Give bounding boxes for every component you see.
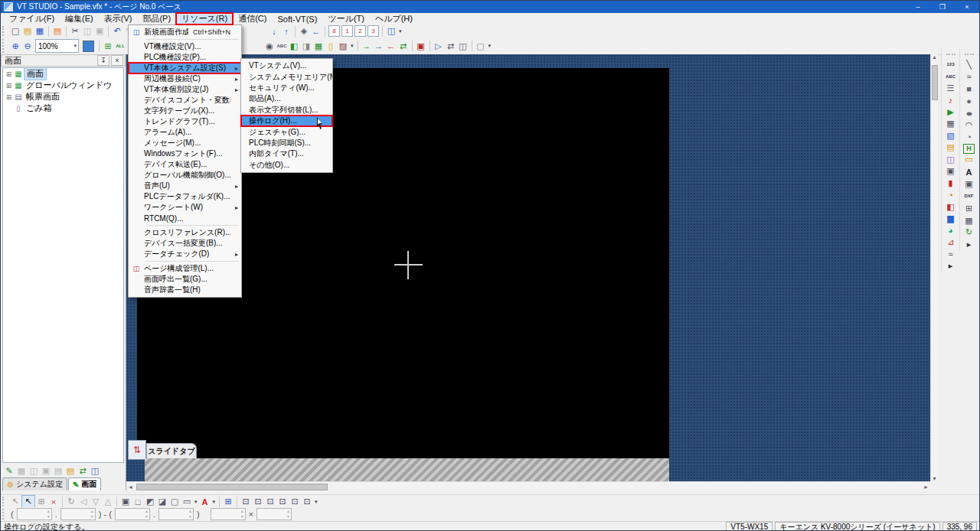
coord-height-spinner[interactable]: ▲▼ <box>256 508 292 520</box>
paste-icon[interactable]: ▣ <box>93 25 106 37</box>
spinner-arrows-icon[interactable]: ▲▼ <box>286 509 290 519</box>
draw-polyline-icon[interactable]: ≈ <box>962 71 976 83</box>
pin-icon[interactable]: ↧ <box>97 55 109 66</box>
menu-item-page-structure[interactable]: ◫ ページ構成管理(L)... <box>129 263 241 274</box>
grid-edit-icon[interactable]: ⊞ <box>35 496 47 507</box>
zoom-out-icon[interactable]: ⊖ <box>21 41 34 52</box>
tree-item-report-screen[interactable]: ⊞ ▤ 帳票画面 <box>3 91 123 103</box>
menu-item-trend-graph[interactable]: トレンドグラフ(T)... <box>129 116 241 127</box>
bring-front-icon[interactable]: ◩ <box>144 496 156 507</box>
menu-item-plc-model[interactable]: PLC機種設定(P)... <box>129 52 241 63</box>
minimize-button[interactable]: – <box>906 1 930 13</box>
back-screen-icon[interactable]: ← <box>310 25 322 37</box>
tab-system-settings[interactable]: ⚙ システム設定 <box>2 477 67 490</box>
more-draw-icon[interactable]: ▸ <box>962 239 976 250</box>
rotate-90-icon[interactable]: △ <box>102 496 114 507</box>
prev-select-icon[interactable]: ↖ <box>9 496 21 507</box>
copy-icon[interactable]: ◫ <box>81 25 93 37</box>
select-mode-6-icon[interactable]: ⊡ <box>301 496 313 507</box>
page-jump-3-icon[interactable]: 3 <box>368 25 379 37</box>
dropdown-caret-icon[interactable]: ▾ <box>351 43 354 49</box>
draw-rect-icon[interactable]: ■ <box>962 83 976 95</box>
paste-screen-icon[interactable]: ▣ <box>40 465 52 477</box>
preview-window-icon[interactable]: ◉ <box>263 41 276 52</box>
draw-frame-icon[interactable]: ▭ <box>962 155 976 166</box>
submenu-item-plc-time-sync[interactable]: PLC時刻同期(S)... <box>241 138 332 148</box>
menu-file[interactable]: ファイル(F) <box>4 13 60 24</box>
open-folder-icon[interactable]: ▤ <box>21 25 34 37</box>
level-meter-icon[interactable]: ▮ <box>944 178 958 189</box>
menu-item-cross-reference[interactable]: クロスリファレンス(R)... <box>129 227 241 238</box>
menu-item-message[interactable]: メッセージ(M)... <box>129 138 241 148</box>
vt-monitor-icon[interactable]: ▣ <box>415 41 427 52</box>
menu-view[interactable]: 表示(V) <box>99 13 138 24</box>
slide-tab[interactable]: スライドタブ <box>146 443 197 459</box>
tree-item-screen[interactable]: ⊞ ▦ 画面 <box>3 68 123 80</box>
zoom-level-combo[interactable]: 100% ▾ <box>35 39 79 53</box>
select-mode-1-icon[interactable]: ⊡ <box>240 496 252 507</box>
display-switch-off-icon[interactable]: ◨ <box>300 41 312 52</box>
tab-screen[interactable]: ✎ 画面 <box>68 477 101 490</box>
transfer-from-vt-icon[interactable]: ← <box>385 41 397 52</box>
select-mode-5-icon[interactable]: ⊡ <box>289 496 301 507</box>
menu-item-vt-model[interactable]: VT機種設定(V)... <box>129 41 241 52</box>
device-monitor-icon[interactable]: ▦ <box>312 41 325 52</box>
transfer-to-vt-icon[interactable]: → <box>361 41 373 52</box>
line-graph-icon[interactable]: ⊿ <box>944 237 958 249</box>
dropdown-caret-icon[interactable]: ▾ <box>315 499 318 505</box>
snap-grid-icon[interactable]: ⊞ <box>222 496 234 507</box>
menu-resource[interactable]: リソース(R) <box>176 13 233 24</box>
rotate-icon[interactable]: ↻ <box>65 496 77 507</box>
horizontal-scrollbar[interactable]: ◄ ► <box>126 481 930 491</box>
open-screen-icon[interactable]: ▤ <box>64 465 77 477</box>
fit-grid-icon[interactable]: ⊞ <box>102 41 114 52</box>
menu-item-data-check[interactable]: データチェック(D) <box>129 249 241 259</box>
numeric-display-icon[interactable]: 123 <box>944 59 958 70</box>
scroll-up-icon[interactable]: ▲ <box>931 54 938 60</box>
framed-image-icon[interactable]: ▣ <box>944 166 958 178</box>
vertical-scrollbar[interactable]: ▲ ▼ <box>930 54 938 481</box>
menu-item-screen-call-list[interactable]: 画面呼出一覧(G)... <box>129 274 241 285</box>
string-check-icon[interactable]: ABC <box>276 41 288 52</box>
flip-vertical-icon[interactable]: ▽ <box>90 496 102 507</box>
palette-icon[interactable]: ▨ <box>337 41 349 52</box>
menu-item-new-screen[interactable]: ◫ 新規画面作成(N)... Ctrl+Shift+N <box>129 27 241 37</box>
menu-item-alarm[interactable]: アラーム(A)... <box>129 127 241 138</box>
tree-item-trash[interactable]: ▯ ごみ箱 <box>3 103 123 114</box>
image-viewer-icon[interactable]: ▧ <box>944 130 958 142</box>
menu-item-device-batch-change[interactable]: デバイス一括変更(B)... <box>129 238 241 249</box>
menu-item-rtcm[interactable]: RTCM(Q)... <box>129 213 241 223</box>
slide-tab-icon[interactable]: ⇅ <box>128 440 146 460</box>
menu-item-string-table[interactable]: 文字列テーブル(X)... <box>129 106 241 116</box>
submenu-item-system-memory[interactable]: システムメモリエリア(M)... <box>241 71 332 82</box>
menu-edit[interactable]: 編集(E) <box>60 13 99 24</box>
submenu-item-vt-system[interactable]: VTシステム(V)... <box>241 60 332 71</box>
analog-meter-icon[interactable]: ◔ <box>944 190 958 201</box>
tank-graph-icon[interactable]: ◧ <box>944 201 958 213</box>
menu-help[interactable]: ヘルプ(H) <box>370 13 418 24</box>
menu-item-global-control[interactable]: グローバル機能制御(O)... <box>129 170 241 181</box>
submenu-item-security[interactable]: セキュリティ(W)... <box>241 83 332 93</box>
simulator-swap-icon[interactable]: ⇄ <box>445 41 457 52</box>
menu-item-vt-system-settings[interactable]: VT本体システム設定(S) <box>129 63 241 73</box>
copy-screen-icon[interactable]: ◫ <box>28 465 40 477</box>
menu-item-windows-font[interactable]: Windowsフォント(F)... <box>129 148 241 159</box>
parts-book-icon[interactable]: ▯ <box>325 41 337 52</box>
new-screen-icon[interactable]: ✎ <box>3 465 15 477</box>
page-jump-2-icon[interactable]: 2 <box>354 25 366 37</box>
user-verify-icon[interactable]: ◫ <box>457 41 469 52</box>
menu-soft-vt[interactable]: Soft-VT(S) <box>272 13 322 24</box>
coord-x1-spinner[interactable]: ▲▼ <box>17 508 52 520</box>
menu-item-plc-data-folder[interactable]: PLCデータフォルダ(K)... <box>129 191 241 202</box>
background-color-swatch[interactable] <box>83 41 94 52</box>
scrollbar-thumb[interactable] <box>136 484 328 490</box>
menu-item-worksheet[interactable]: ワークシート(W) <box>129 202 241 213</box>
layered-image-icon[interactable]: ◫ <box>944 154 958 165</box>
pie-graph-icon[interactable]: ◕ <box>944 225 958 236</box>
draw-sector-icon[interactable]: ◔ <box>962 132 976 143</box>
draw-text-icon[interactable]: A <box>962 166 976 178</box>
scroll-right-icon[interactable]: ► <box>922 484 930 490</box>
cut-icon[interactable]: ✂ <box>69 25 81 37</box>
save-icon[interactable]: ▦ <box>34 25 46 37</box>
submenu-item-others[interactable]: その他(O)... <box>241 160 332 171</box>
